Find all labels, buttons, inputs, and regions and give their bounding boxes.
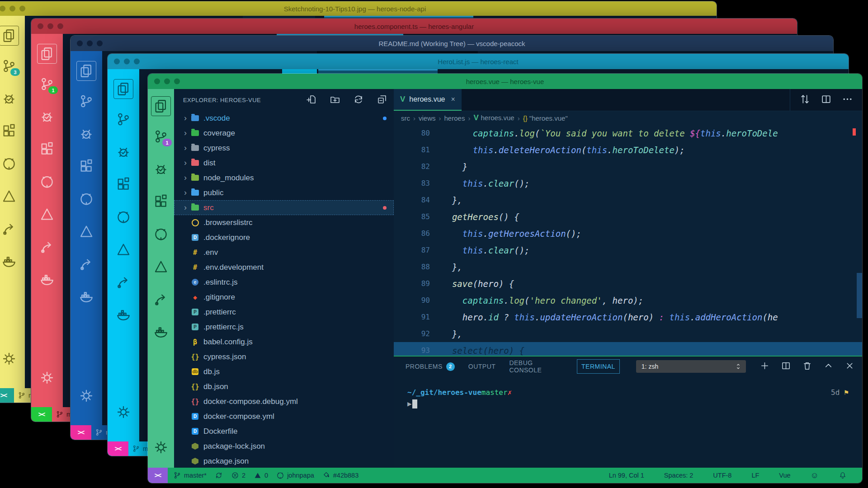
panel-tab-problems[interactable]: PROBLEMS2: [406, 362, 455, 371]
titlebar[interactable]: README.md (Working Tree) — vscode-peacoc…: [71, 36, 833, 51]
minimize-window-button[interactable]: [9, 6, 15, 12]
github-icon[interactable]: [113, 209, 133, 242]
extensions-icon[interactable]: [0, 123, 19, 156]
chevron-right-icon[interactable]: ›: [180, 158, 190, 168]
refresh-explorer-icon[interactable]: [347, 99, 364, 106]
collapse-folders-icon[interactable]: [370, 99, 387, 106]
file-row-.vscode[interactable]: ›.vscode: [174, 111, 394, 126]
zoom-window-button[interactable]: [19, 6, 25, 12]
settings-gear-icon[interactable]: [153, 440, 169, 457]
remote-indicator[interactable]: ><: [0, 388, 14, 403]
file-row-docker-compose.yml[interactable]: Ddocker-compose.yml: [174, 409, 394, 424]
code-line-90[interactable]: 90 captains.log('hero changed', hero);: [394, 292, 862, 309]
file-row-.eslintrc.js[interactable]: e.eslintrc.js: [174, 275, 394, 290]
zoom-window-button[interactable]: [174, 79, 180, 84]
notifications-bell-icon[interactable]: [839, 471, 847, 479]
code-editor[interactable]: 80 captains.log(`You said you want to de…: [394, 125, 862, 356]
live-share-icon[interactable]: [76, 256, 96, 289]
settings-gear-icon[interactable]: [39, 370, 55, 387]
sync-icon[interactable]: [215, 471, 223, 479]
docker-icon[interactable]: [113, 307, 133, 339]
file-row-.env[interactable]: #.env: [174, 245, 394, 260]
titlebar[interactable]: heroes.component.ts — heroes-angular: [31, 19, 797, 34]
open-changes-icon[interactable]: [799, 94, 811, 107]
explorer-icon[interactable]: [151, 96, 171, 129]
file-row-dist[interactable]: ›dist: [174, 155, 394, 170]
new-folder-icon[interactable]: [323, 99, 340, 106]
azure-icon[interactable]: [0, 188, 19, 221]
remote-indicator[interactable]: ><: [71, 425, 91, 440]
code-line-87[interactable]: 87 this.clear();: [394, 242, 862, 258]
error-count[interactable]: 2: [231, 471, 245, 479]
code-line-83[interactable]: 83 this.clear();: [394, 175, 862, 192]
close-window-button[interactable]: [77, 41, 83, 47]
close-window-button[interactable]: [114, 59, 120, 65]
live-share-icon[interactable]: [113, 274, 133, 307]
cursor-position[interactable]: Ln 99, Col 1: [609, 472, 644, 479]
language-mode[interactable]: Vue: [779, 472, 790, 479]
minimize-window-button[interactable]: [87, 41, 93, 47]
chevron-right-icon[interactable]: ›: [180, 188, 190, 197]
traffic-lights[interactable]: [77, 41, 103, 47]
source-control-icon[interactable]: 3: [0, 58, 19, 91]
maximize-panel-icon[interactable]: [823, 361, 834, 373]
explorer-icon[interactable]: [76, 61, 96, 94]
explorer-icon[interactable]: [37, 44, 57, 76]
file-row-docker-compose.debug.yml[interactable]: {}docker-compose.debug.yml: [174, 394, 394, 409]
split-terminal-icon[interactable]: [781, 361, 791, 373]
feedback-smiley-icon[interactable]: ☺: [811, 471, 819, 480]
file-row-cypress[interactable]: ›cypress: [174, 141, 394, 155]
new-file-icon[interactable]: [300, 99, 317, 106]
source-control-icon[interactable]: [113, 112, 133, 144]
titlebar[interactable]: Sketchnoting-10-Tips10.jpg — heroes-node…: [0, 1, 717, 16]
file-row-.env.development[interactable]: #.env.development: [174, 260, 394, 275]
code-line-93[interactable]: 93 select(hero) {: [394, 342, 862, 356]
titlebar[interactable]: heroes.vue — heroes-vue: [148, 74, 862, 89]
minimize-window-button[interactable]: [164, 79, 170, 84]
settings-gear-icon[interactable]: [1, 351, 17, 368]
breadcrumb-segment[interactable]: heroes: [444, 114, 465, 122]
new-terminal-icon[interactable]: [760, 361, 770, 373]
debug-icon[interactable]: [37, 109, 57, 141]
file-row-.prettierrc.js[interactable]: P.prettierrc.js: [174, 319, 394, 334]
debug-icon[interactable]: [76, 126, 96, 159]
file-row-public[interactable]: ›public: [174, 185, 394, 200]
breadcrumb-segment[interactable]: V heroes.vue: [473, 113, 514, 122]
tab-heroes-vue[interactable]: V heroes.vue ×: [394, 89, 462, 111]
close-panel-icon[interactable]: [844, 361, 855, 373]
chevron-right-icon[interactable]: ›: [180, 143, 190, 153]
file-row-db.js[interactable]: dbdb.js: [174, 364, 394, 379]
titlebar[interactable]: HeroList.js — heroes-react: [108, 54, 849, 69]
file-row-coverage[interactable]: ›coverage: [174, 126, 394, 141]
code-line-81[interactable]: 81 this.deleteHeroAction(this.heroToDele…: [394, 141, 862, 158]
file-row-db.json[interactable]: {}db.json: [174, 379, 394, 394]
traffic-lights[interactable]: [114, 59, 140, 65]
explorer-icon[interactable]: [0, 26, 19, 58]
github-account[interactable]: johnpapa: [276, 471, 314, 479]
git-branch-status[interactable]: master*: [173, 471, 207, 479]
kill-terminal-icon[interactable]: [802, 361, 812, 373]
terminal-cursor[interactable]: [412, 399, 417, 408]
github-icon[interactable]: [37, 174, 57, 206]
minimize-window-button[interactable]: [124, 59, 130, 65]
github-icon[interactable]: [151, 226, 171, 259]
live-share-icon[interactable]: [151, 291, 171, 324]
live-share-icon[interactable]: [0, 221, 19, 253]
file-row-.browserslistrc[interactable]: .browserslistrc: [174, 215, 394, 230]
eol[interactable]: LF: [751, 472, 759, 479]
traffic-lights[interactable]: [154, 79, 180, 84]
file-row-.gitignore[interactable]: ◆.gitignore: [174, 290, 394, 305]
zoom-window-button[interactable]: [134, 59, 140, 65]
breadcrumb-segment[interactable]: src: [401, 114, 410, 122]
peacock-color[interactable]: #42b883: [322, 471, 359, 479]
split-editor-icon[interactable]: [821, 94, 832, 107]
file-row-.prettierrc[interactable]: P.prettierrc: [174, 305, 394, 319]
close-window-button[interactable]: [38, 23, 43, 29]
explorer-icon[interactable]: [113, 79, 133, 112]
code-line-82[interactable]: 82 }: [394, 158, 862, 175]
terminal[interactable]: ~/_git/heroes-vue master ✗5d⚑ ▶: [394, 376, 862, 408]
panel-tab-terminal[interactable]: TERMINAL: [577, 359, 620, 374]
zoom-window-button[interactable]: [57, 23, 63, 29]
source-control-icon[interactable]: 1: [151, 129, 171, 161]
warning-count[interactable]: 0: [254, 471, 268, 479]
